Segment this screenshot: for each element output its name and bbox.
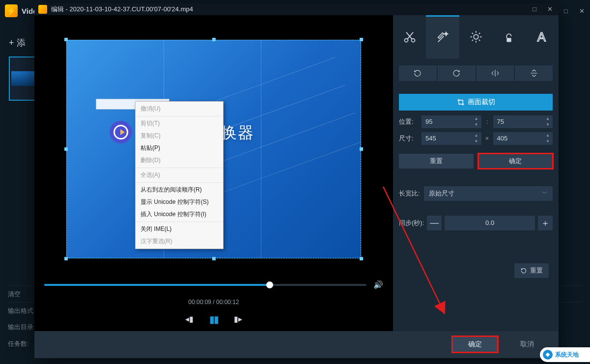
time-display: 00:00:09 / 00:00:12 — [34, 297, 393, 308]
brand-badge: ❖ 系统天地 — [540, 347, 590, 362]
tab-effects[interactable] — [426, 15, 459, 58]
svg-text:A: A — [537, 30, 546, 44]
aspect-label: 长宽比: — [399, 189, 420, 198]
panel-reset-button[interactable]: 重置 — [514, 263, 549, 278]
flip-horizontal-button[interactable] — [477, 65, 514, 81]
crop-handle[interactable] — [360, 147, 363, 151]
sync-plus-button[interactable]: ＋ — [538, 216, 553, 230]
preview-area[interactable]: ↖ 烁光视频转换器 撤消(U) 剪切(T) 复制(C) 粘贴(P) 删除(D) … — [34, 15, 393, 273]
edit-panel: A 画面裁切 位置: 95▲▼ : 75▲▼ 尺寸 — [393, 15, 559, 331]
clear-list-label[interactable]: 清空 — [8, 290, 21, 299]
crop-header-label: 画面裁切 — [468, 98, 495, 107]
crop-section-header: 画面裁切 — [399, 94, 553, 111]
dialog-titlebar: 编辑 - 2020-11-03-10-42-37.CUT.00'07-00'24… — [34, 3, 559, 15]
crop-handle[interactable] — [64, 257, 68, 260]
size-label: 尺寸: — [399, 134, 418, 143]
brand-icon: ❖ — [543, 350, 553, 360]
output-dir-label: 输出目录 — [8, 323, 33, 332]
spinner-up-icon[interactable]: ▲ — [544, 133, 552, 139]
svg-point-2 — [474, 34, 478, 39]
spinner-down-icon[interactable]: ▼ — [544, 139, 552, 144]
spinner-down-icon[interactable]: ▼ — [544, 122, 552, 128]
crop-handle[interactable] — [360, 257, 363, 260]
output-format-label: 输出格式 — [8, 307, 33, 315]
position-x-input[interactable]: 95▲▼ — [421, 115, 481, 128]
crop-handle[interactable] — [64, 38, 68, 41]
crop-confirm-button[interactable]: 确定 — [478, 154, 553, 168]
close-icon[interactable]: ✕ — [578, 7, 585, 15]
position-label: 位置: — [399, 117, 418, 126]
sync-value[interactable]: 0.0 — [445, 216, 535, 230]
rotate-buttons — [393, 58, 559, 88]
dialog-ok-button[interactable]: 确定 — [452, 336, 498, 352]
position-y-input[interactable]: 75▲▼ — [493, 115, 553, 128]
task-count-label: 任务数: — [8, 339, 29, 348]
sync-label: 同步(秒): — [399, 219, 424, 227]
svg-rect-3 — [506, 38, 511, 42]
rotate-right-button[interactable] — [438, 65, 476, 81]
crop-reset-button[interactable]: 重置 — [399, 154, 474, 168]
spinner-up-icon[interactable]: ▲ — [473, 116, 480, 122]
tab-adjust[interactable] — [459, 15, 492, 58]
tool-tabs: A — [393, 15, 559, 58]
spinner-down-icon[interactable]: ▼ — [473, 122, 480, 128]
brand-text: 系统天地 — [555, 351, 579, 359]
maximize-icon[interactable]: □ — [562, 7, 569, 15]
crop-handle[interactable] — [64, 147, 68, 151]
add-button[interactable]: + 添 — [9, 37, 26, 49]
chevron-down-icon: ﹀ — [542, 189, 548, 197]
spinner-up-icon[interactable]: ▲ — [544, 116, 552, 122]
tab-subtitle[interactable]: A — [526, 15, 559, 58]
flip-vertical-button[interactable] — [515, 65, 553, 81]
preview-pane: ↖ 烁光视频转换器 撤消(U) 剪切(T) 复制(C) 粘贴(P) 删除(D) … — [34, 15, 393, 331]
size-w-input[interactable]: 545▲▼ — [421, 132, 481, 145]
timeline[interactable]: 🔊 — [34, 273, 393, 297]
aspect-value: 原始尺寸 — [429, 189, 454, 198]
dialog-title: 编辑 - 2020-11-03-10-42-37.CUT.00'07-00'24… — [51, 5, 193, 14]
prev-frame-button[interactable]: ◂▮ — [185, 314, 194, 324]
crop-handle[interactable] — [212, 38, 216, 41]
dialog-close-icon[interactable]: ✕ — [545, 4, 555, 14]
playback-controls: ◂▮ ▮▮ ▮▸ — [34, 308, 393, 331]
spinner-down-icon[interactable]: ▼ — [473, 139, 480, 144]
sync-minus-button[interactable]: — — [427, 216, 442, 230]
volume-icon[interactable]: 🔊 — [373, 280, 383, 289]
edit-dialog: 编辑 - 2020-11-03-10-42-37.CUT.00'07-00'24… — [34, 3, 559, 358]
pause-button[interactable]: ▮▮ — [209, 313, 218, 325]
dialog-footer: 确定 取消 — [34, 331, 559, 358]
timeline-thumb[interactable] — [266, 281, 273, 288]
dialog-logo-icon — [38, 5, 47, 14]
tab-trim[interactable] — [393, 15, 426, 58]
app-logo-icon: ⚡ — [5, 4, 18, 17]
spinner-up-icon[interactable]: ▲ — [473, 133, 480, 139]
next-frame-button[interactable]: ▮▸ — [234, 314, 242, 324]
rotate-left-button[interactable] — [399, 65, 437, 81]
timeline-track[interactable] — [44, 284, 366, 286]
crop-handle[interactable] — [212, 257, 216, 260]
size-h-input[interactable]: 405▲▼ — [493, 132, 553, 145]
crop-handle[interactable] — [360, 38, 363, 41]
dialog-maximize-icon[interactable]: □ — [531, 4, 538, 14]
tab-watermark[interactable] — [492, 15, 525, 58]
video-thumbnail[interactable] — [9, 56, 37, 101]
crop-region[interactable]: ↖ 烁光视频转换器 撤消(U) 剪切(T) 复制(C) 粘贴(P) 删除(D) … — [66, 40, 361, 258]
aspect-select[interactable]: 原始尺寸 ﹀ — [424, 186, 553, 201]
